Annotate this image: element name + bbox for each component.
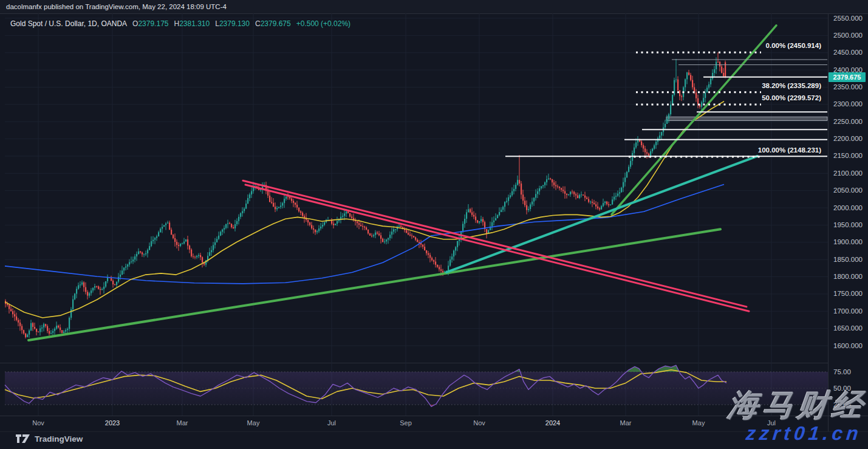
fib-level-label: 38.20% (2335.289) <box>762 82 821 89</box>
price-tick-label: 1850.000 <box>833 256 866 263</box>
fib-level-label: 50.00% (2299.572) <box>762 94 821 101</box>
price-tick-label: 2000.000 <box>833 204 866 211</box>
rsi-band <box>5 372 828 405</box>
ohlc-close: C2379.675 <box>255 19 291 28</box>
trendline-descending-pink-1[interactable] <box>243 180 747 307</box>
rsi-tick-label: 75.00 <box>833 368 866 375</box>
time-tick-label: Nov <box>32 419 44 427</box>
price-tick-label: 1650.000 <box>833 324 866 332</box>
price-tick-label: 2100.000 <box>833 170 866 177</box>
price-tick-label: 2350.000 <box>833 83 866 91</box>
tradingview-brand-text: TradingView <box>35 434 83 444</box>
ohlc-high: H2381.310 <box>174 19 210 28</box>
fib-level-label: 100.00% (2148.231) <box>758 146 821 154</box>
price-tick-label: 1750.000 <box>833 290 866 297</box>
ohlc-low: L2379.130 <box>215 19 250 28</box>
price-tick-label: 2050.000 <box>833 187 866 194</box>
price-tick-label: 2200.000 <box>833 135 866 142</box>
price-tick-label: 2550.000 <box>833 15 866 22</box>
price-tick-label: 1900.000 <box>833 238 866 245</box>
time-tick-label: Nov <box>473 419 485 427</box>
fib-level-label: 0.00% (2450.914) <box>766 42 821 49</box>
price-tick-label: 2250.000 <box>833 118 866 125</box>
price-tick-label: 2300.000 <box>833 100 866 108</box>
time-tick-label: Jul <box>327 419 336 427</box>
price-tick-label: 2450.000 <box>833 49 866 56</box>
price-tick-label: 1950.000 <box>833 221 866 228</box>
time-tick-label: 2024 <box>545 419 560 427</box>
time-tick-label: 2023 <box>105 419 120 427</box>
time-tick-label: Mar <box>177 419 188 427</box>
price-tick-label: 1700.000 <box>833 307 866 315</box>
price-tick-label: 2150.000 <box>833 152 866 159</box>
time-tick-label: May <box>247 419 260 427</box>
price-tick-label: 2500.000 <box>833 32 866 39</box>
ohlc-open: O2379.175 <box>132 19 168 28</box>
tradingview-chart-page: dacolmanfx published on TradingView.com,… <box>0 0 868 449</box>
price-tick-label: 1800.000 <box>833 273 866 280</box>
candlestick-series <box>5 52 726 338</box>
trendline-ascending-support-long[interactable] <box>29 229 720 340</box>
chart-canvas[interactable] <box>0 0 868 449</box>
watermark-cjk: 海马财经 <box>726 385 868 426</box>
gridlines <box>5 13 828 416</box>
watermark-url: zzrt01.cn <box>745 422 863 445</box>
price-tick-label: 1600.000 <box>833 342 866 349</box>
tradingview-attribution[interactable]: TradingView <box>16 434 83 444</box>
supply-zone[interactable] <box>666 117 827 120</box>
time-tick-label: Mar <box>620 419 632 427</box>
time-tick-label: May <box>692 419 705 427</box>
last-price-badge: 2379.675 <box>829 72 866 82</box>
time-tick-label: Sep <box>400 419 412 427</box>
symbol-title: Gold Spot / U.S. Dollar, 1D, OANDA <box>10 19 127 28</box>
symbol-legend[interactable]: Gold Spot / U.S. Dollar, 1D, OANDA O2379… <box>10 19 350 29</box>
change-value: +0.500 (+0.02%) <box>296 19 350 28</box>
tradingview-logo-icon[interactable] <box>16 434 30 444</box>
